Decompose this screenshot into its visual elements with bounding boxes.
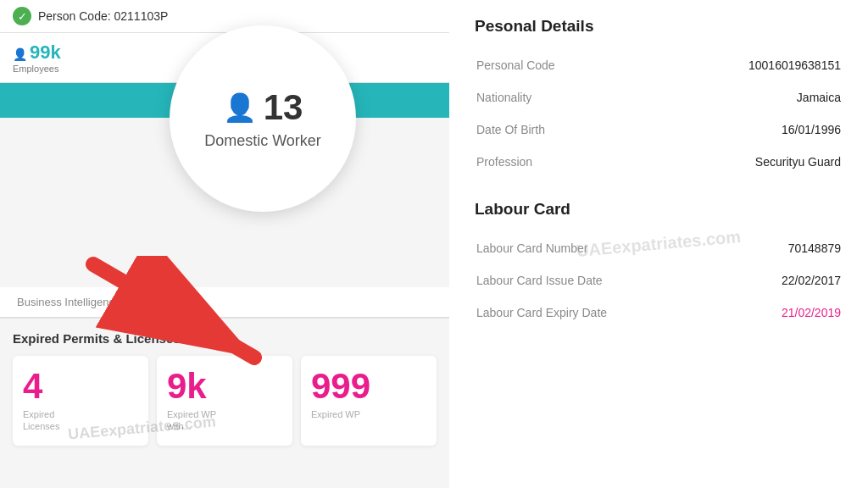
employee-icon: 👤 — [13, 47, 27, 61]
tab-business-intelligence[interactable]: Business Intelligence — [0, 287, 137, 317]
domestic-worker-circle: 👤 13 Domestic Worker — [170, 25, 356, 212]
labour-field-value: 22/02/2017 — [677, 265, 841, 296]
labour-field-row: Labour Card Issue Date 22/02/2017 — [476, 265, 841, 296]
domestic-worker-icon: 👤 — [223, 92, 257, 124]
personal-detail-row: Profession Securityu Guard — [476, 147, 841, 177]
personal-field-value: 10016019638151 — [677, 50, 841, 80]
labour-field-value: 21/02/2019 — [677, 297, 841, 328]
personal-field-value: 16/01/1996 — [677, 114, 841, 145]
labour-field-row: Labour Card Number 70148879 — [476, 233, 841, 263]
personal-field-label: Personal Code — [476, 50, 676, 80]
expired-wp-number-1: 9k — [167, 369, 282, 404]
personal-field-value: Securityu Guard — [677, 147, 841, 177]
checkmark-icon: ✓ — [13, 7, 31, 25]
personal-detail-row: Personal Code 10016019638151 — [476, 50, 841, 80]
person-code-bar: ✓ Person Code: 0211103P — [0, 0, 449, 33]
expired-section-title: Expired Permits & Licenses — [13, 331, 437, 346]
personal-field-label: Nationality — [476, 82, 676, 113]
personal-detail-row: Date Of Birth 16/01/1996 — [476, 114, 841, 145]
labour-field-label: Labour Card Issue Date — [476, 265, 676, 296]
labour-card-table: Labour Card Number 70148879 Labour Card … — [475, 231, 843, 330]
expired-licenses-number: 4 — [23, 369, 138, 404]
personal-details-title: Pesonal Details — [475, 17, 843, 36]
left-panel: ✓ Person Code: 0211103P 👤99k Employees 🏢… — [0, 0, 449, 488]
expired-wp-number-2: 999 — [311, 369, 426, 404]
expired-wp-card-2: 999 Expired WP — [301, 356, 437, 446]
labour-field-row: Labour Card Expiry Date 21/02/2019 — [476, 297, 841, 328]
personal-details-table: Personal Code 10016019638151 Nationality… — [475, 48, 843, 179]
personal-field-label: Profession — [476, 147, 676, 177]
labour-field-label: Labour Card Number — [476, 233, 676, 263]
personal-detail-row: Nationality Jamaica — [476, 82, 841, 113]
personal-field-label: Date Of Birth — [476, 114, 676, 145]
right-panel: UAEexpatriates.com Pesonal Details Perso… — [449, 0, 868, 488]
personal-field-value: Jamaica — [677, 82, 841, 113]
labour-field-label: Labour Card Expiry Date — [476, 297, 676, 328]
labour-card-title: Labour Card — [475, 200, 843, 219]
labour-field-value: 70148879 — [677, 233, 841, 263]
domestic-worker-label: Domestic Worker — [204, 132, 321, 150]
tab-domestic[interactable]: Dom... — [137, 287, 203, 317]
domestic-worker-count: 13 — [264, 87, 303, 128]
tabs-row: Business Intelligence Dom... — [0, 287, 449, 319]
expired-wp-label-2: Expired WP — [311, 408, 426, 420]
person-code: Person Code: 0211103P — [38, 9, 168, 23]
employee-count: 99k — [30, 42, 61, 63]
